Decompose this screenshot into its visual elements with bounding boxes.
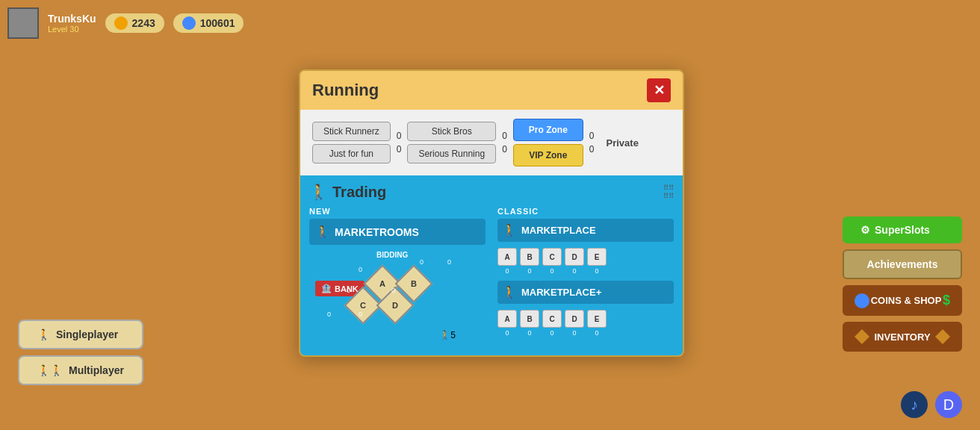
slot-b-1[interactable]: B	[520, 248, 539, 266]
bidding-label: BIDDING	[376, 251, 408, 259]
modal-close-button[interactable]: ✕	[647, 78, 671, 102]
trading-grid-icon: ⠿⠿⠿⠿	[663, 184, 674, 200]
username: TrunksKu	[48, 13, 96, 25]
gems-icon	[182, 16, 196, 30]
coins-value: 2243	[132, 17, 155, 29]
stick-bros-count: 0	[502, 131, 507, 141]
inventory-icon-right	[935, 329, 950, 344]
d-small-count-1: 0	[359, 266, 362, 273]
superslots-icon: ⚙	[860, 224, 870, 236]
marketplace-icon-1: 🚶	[502, 223, 517, 237]
superslots-button[interactable]: ⚙ SuperSlots	[843, 216, 962, 243]
slot-a-2[interactable]: A	[497, 310, 517, 328]
running-modal: Running ✕ Stick Runnerz Just for fun 0 0…	[299, 69, 684, 357]
slot-count-e2: 0	[587, 329, 607, 337]
level-label: Level 30	[48, 25, 96, 34]
multiplayer-icon: 🚶🚶	[37, 364, 63, 376]
modal-title: Running	[312, 81, 379, 100]
stick-figure-bidding: 🚶5	[439, 330, 456, 340]
achievements-label: Achievements	[867, 258, 938, 270]
slot-row-1: A B C D E	[497, 248, 674, 266]
coins-icon	[114, 16, 128, 30]
trading-title-text: Trading	[332, 184, 386, 201]
d-small-count-4: 0	[327, 311, 331, 318]
gems-badge: 100601	[173, 13, 244, 33]
run-col-counts-2: 0 0	[502, 131, 507, 155]
inventory-icon-left	[855, 329, 869, 344]
dollar-icon: $	[943, 293, 950, 308]
run-col-left: Stick Runnerz Just for fun	[312, 122, 391, 163]
trading-area: 🚶 Trading ⠿⠿⠿⠿ NEW 🚶 MARKETROOMS BIDDING	[300, 175, 683, 355]
slot-c-1[interactable]: C	[542, 248, 562, 266]
stick-bros-button[interactable]: Stick Bros	[407, 122, 496, 141]
new-label: NEW	[309, 207, 486, 216]
slot-count-c2: 0	[542, 329, 562, 337]
coins-shop-button[interactable]: COINS & SHOP $	[843, 285, 962, 316]
pro-zone-button[interactable]: Pro Zone	[513, 119, 583, 141]
trading-title: 🚶 Trading	[309, 183, 386, 201]
vip-zone-button[interactable]: VIP Zone	[513, 144, 583, 166]
coins-shop-icon	[855, 293, 869, 308]
inventory-label: INVENTORY	[874, 331, 930, 343]
modal-header: Running ✕	[300, 71, 683, 110]
discord-button[interactable]: D	[935, 391, 962, 418]
d-small-count-3: 0	[391, 287, 395, 294]
d-small-count-2: 0	[347, 287, 350, 294]
superslots-label: SuperSlots	[875, 224, 930, 236]
trading-header: 🚶 Trading ⠿⠿⠿⠿	[309, 183, 674, 201]
trading-stick-icon: 🚶	[309, 183, 328, 201]
serious-running-button[interactable]: Serious Running	[407, 144, 496, 163]
music-icon-glyph: ♪	[911, 396, 918, 414]
marketplace-label-2: MARKETPLACE+	[521, 287, 601, 298]
run-col-zone-counts: 0 0	[589, 131, 595, 155]
discord-icon-glyph: D	[943, 396, 954, 414]
slot-a-1[interactable]: A	[497, 248, 517, 266]
achievements-button[interactable]: Achievements	[843, 249, 962, 279]
top-bar: TrunksKu Level 30 2243 100601	[7, 7, 244, 39]
avatar	[7, 7, 39, 39]
marketrooms-icon: 🚶	[315, 225, 330, 239]
marketplace-box-2: 🚶 MARKETPLACE+	[497, 281, 674, 304]
slot-b-2[interactable]: B	[520, 310, 539, 328]
slot-c-2[interactable]: C	[542, 310, 562, 328]
slot-e-2[interactable]: E	[587, 310, 607, 328]
bid-count-2: 0	[447, 258, 451, 266]
slot-count-a2: 0	[497, 329, 517, 337]
bank-icon: 🏦	[321, 284, 332, 293]
slot-counts-row-1: 0 0 0 0 0	[497, 267, 674, 275]
slot-count-d1: 0	[565, 267, 584, 275]
running-options: Stick Runnerz Just for fun 0 0 Stick Bro…	[300, 110, 683, 175]
just-for-fun-button[interactable]: Just for fun	[312, 144, 391, 163]
slot-count-b2: 0	[520, 329, 539, 337]
run-col-counts-1: 0 0	[397, 131, 402, 155]
marketplace-box-1: 🚶 MARKETPLACE	[497, 219, 674, 242]
slot-count-c1: 0	[542, 267, 562, 275]
stick-runnerz-count: 0	[397, 131, 402, 141]
coins-shop-label: COINS & SHOP	[871, 295, 942, 306]
multiplayer-button[interactable]: 🚶🚶 Multiplayer	[18, 355, 143, 385]
music-button[interactable]: ♪	[901, 391, 928, 418]
slot-d-2[interactable]: D	[565, 310, 584, 328]
slot-count-d2: 0	[565, 329, 584, 337]
bottom-icons: ♪ D	[901, 391, 962, 418]
bidding-area: BIDDING 0 0 🏦 BANK A B	[309, 251, 486, 348]
slot-e-1[interactable]: E	[587, 248, 607, 266]
right-panel: ⚙ SuperSlots Achievements COINS & SHOP $…	[843, 216, 962, 352]
slot-d-1[interactable]: D	[565, 248, 584, 266]
slot-row-2: A B C D E	[497, 310, 674, 328]
marketrooms-label: MARKETROOMS	[335, 226, 419, 238]
singleplayer-label: Singleplayer	[56, 328, 118, 340]
stick-runnerz-button[interactable]: Stick Runnerz	[312, 122, 391, 141]
singleplayer-button[interactable]: 🚶 Singleplayer	[18, 320, 143, 349]
just-for-fun-count: 0	[397, 144, 402, 155]
vip-zone-count: 0	[589, 144, 595, 155]
slot-counts-row-2: 0 0 0 0 0	[497, 329, 674, 337]
multiplayer-label: Multiplayer	[69, 364, 124, 376]
serious-running-count: 0	[502, 144, 507, 155]
bid-count-1: 0	[420, 258, 424, 266]
coins-badge: 2243	[105, 13, 164, 33]
trading-content: NEW 🚶 MARKETROOMS BIDDING 0 0 🏦 BANK	[309, 207, 674, 348]
marketplace-icon-2: 🚶	[502, 285, 517, 299]
marketplace-label-1: MARKETPLACE	[521, 225, 596, 236]
inventory-button[interactable]: INVENTORY	[843, 322, 962, 352]
